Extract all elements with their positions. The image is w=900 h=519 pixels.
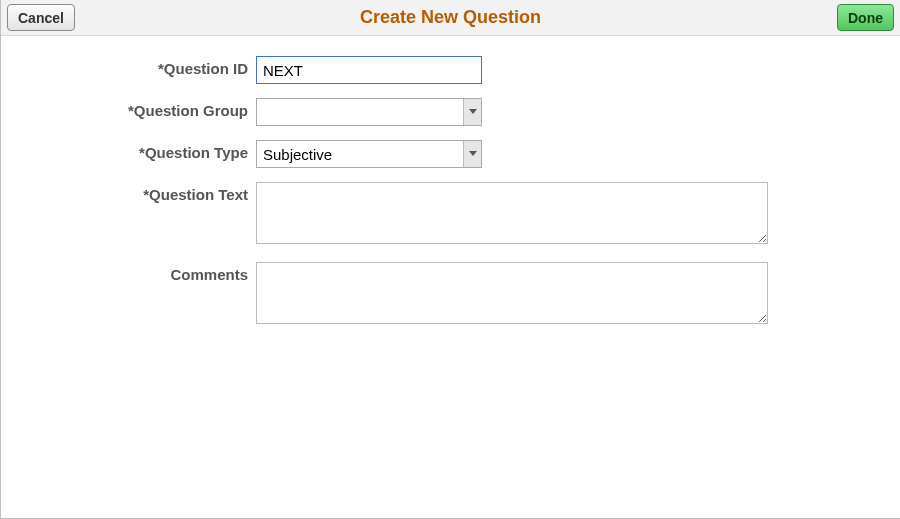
question-type-select[interactable]: Subjective [256,140,482,168]
page-title: Create New Question [360,7,541,28]
row-comments: Comments [21,262,880,328]
label-question-id: *Question ID [21,56,256,77]
cancel-button[interactable]: Cancel [7,4,75,31]
dialog-header: Cancel Create New Question Done [1,0,900,36]
form-area: *Question ID *Question Group *Question T… [1,36,900,328]
comments-textarea[interactable] [256,262,768,324]
question-group-select[interactable] [256,98,482,126]
label-comments: Comments [21,262,256,283]
row-question-text: *Question Text [21,182,880,248]
done-button[interactable]: Done [837,4,894,31]
label-question-type: *Question Type [21,140,256,161]
cancel-button-label: Cancel [18,10,64,26]
row-question-group: *Question Group [21,98,880,126]
label-question-text: *Question Text [21,182,256,203]
question-type-value: Subjective [257,146,463,163]
dialog-frame: Cancel Create New Question Done *Questio… [0,0,900,519]
row-question-type: *Question Type Subjective [21,140,880,168]
label-question-group: *Question Group [21,98,256,119]
done-button-label: Done [848,10,883,26]
chevron-down-icon [463,99,481,125]
chevron-down-icon [463,141,481,167]
question-id-input[interactable] [256,56,482,84]
row-question-id: *Question ID [21,56,880,84]
question-text-textarea[interactable] [256,182,768,244]
